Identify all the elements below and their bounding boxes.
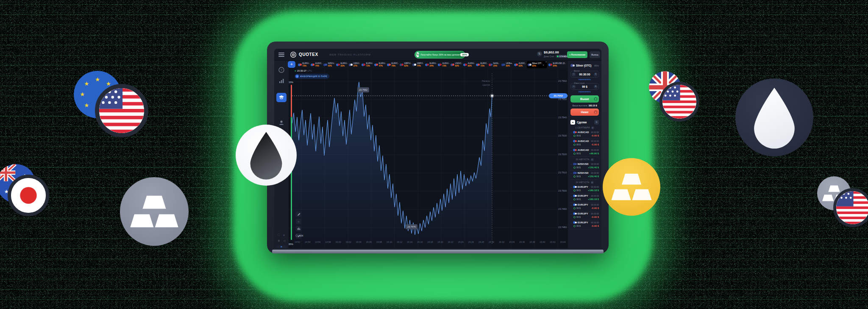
asset-tab-13[interactable]: USD/C..80%: [451, 61, 462, 68]
chevron-down-icon[interactable]: ⌄: [570, 163, 572, 165]
chevron-down-icon[interactable]: ⌄: [570, 195, 572, 197]
asset-tab-10[interactable]: GBP/J..74%: [412, 61, 424, 68]
lower-button[interactable]: Ниже ↓: [570, 109, 599, 116]
trade-row[interactable]: ⌄AUD/CAD00:30:0099 $-0.90 $: [570, 139, 599, 148]
chevron-down-icon[interactable]: ⌄: [570, 172, 572, 174]
asset-tab-2[interactable]: AUD/C..76%: [311, 61, 322, 68]
close-icon[interactable]: ×: [545, 61, 547, 63]
pair-flag-icon-2: [575, 195, 577, 197]
chevron-down-icon[interactable]: ⌄: [570, 186, 572, 188]
trade-row[interactable]: ⌄EUR/JPY00:30:0099 $-0.90 $: [570, 203, 599, 212]
info-icon: i: [295, 75, 299, 78]
profile-icon[interactable]: [277, 118, 286, 127]
asset-tab-9[interactable]: GBP/U..82%: [400, 61, 411, 68]
pair-flag-icon-2: [300, 64, 302, 66]
asset-tab-3[interactable]: NZD/U..50%: [323, 61, 335, 68]
us-flag-icon: [833, 188, 868, 227]
chart-area[interactable]: 15% 85% ●15:30:27 UTC i ИНФОРМАЦИЯ В ПАР…: [289, 68, 568, 248]
time-tick: 15:08: [376, 241, 382, 243]
education-icon-active[interactable]: [276, 93, 287, 102]
asset-tab-14[interactable]: AUD/U..80%: [463, 61, 475, 68]
pair-flag-icon-2: [575, 163, 577, 165]
signals-icon[interactable]: [277, 77, 286, 85]
asset-tab-11[interactable]: EUR/U..84%: [425, 61, 437, 68]
trade-row[interactable]: ⌄EUR/JPY00:30:0099 $+180.18 $: [570, 194, 599, 203]
time-tick: 15:16: [417, 241, 423, 243]
asset-tab-17[interactable]: UKBre..80%: [501, 61, 513, 68]
asset-tab-1[interactable]: EUR/U..73%: [298, 61, 309, 68]
trade-row[interactable]: ⌄NZD/USD00:30:0099 $+150.40 $: [570, 162, 599, 171]
help-icon[interactable]: ?: [277, 66, 286, 74]
chevron-down-icon[interactable]: ∨: [542, 64, 544, 66]
time-tick: 15:18: [427, 241, 433, 243]
add-asset-button[interactable]: +: [288, 61, 295, 68]
sentiment-down-percent: 85%: [289, 243, 293, 245]
time-increase-button[interactable]: +: [594, 72, 598, 76]
trade-row[interactable]: ⌄AUD/CAD00:30:0099 $-0.90 $: [570, 130, 599, 139]
asset-tab-18[interactable]: AUD/C..82%: [514, 61, 526, 68]
chart-expand-controls[interactable]: ⛶✛: [276, 234, 287, 237]
asset-tab-8[interactable]: EUR/C..78%: [387, 61, 398, 68]
oil-drop-icon: [735, 78, 813, 156]
time-value[interactable]: 00:30:00: [579, 73, 590, 76]
time-tick: 15:40: [540, 241, 545, 243]
time-switch-link[interactable]: переключить: [570, 78, 599, 81]
indicators-fx-icon[interactable]: fx: [296, 219, 301, 224]
asset-tab-6[interactable]: EUR/U..73%: [362, 61, 373, 68]
sound-icon[interactable]: ◁: [283, 239, 285, 242]
pair-info-pill[interactable]: i ИНФОРМАЦИЯ В ПАРЕ: [295, 74, 329, 79]
time-decrease-button[interactable]: −: [572, 72, 576, 76]
investment-switch-link[interactable]: переключить: [570, 91, 599, 93]
trades-list-icon[interactable]: ▴: [570, 120, 575, 125]
svg-text:★: ★: [80, 91, 85, 97]
asset-tab-15[interactable]: EUR/C..72%: [476, 61, 487, 68]
withdraw-button[interactable]: Вывод: [590, 51, 600, 58]
asset-tab-5[interactable]: USD/J..37%: [349, 61, 360, 68]
indicator-chip[interactable]: ADX: [295, 234, 303, 237]
official-app-button[interactable]: ➤ OFFICIAL: [276, 245, 287, 248]
pair-flag-icon-2: [550, 64, 552, 66]
sentiment-bar-sell: [291, 85, 292, 117]
asset-tab-12[interactable]: AUD/U..73%: [438, 61, 449, 68]
trade-row[interactable]: ⌄EUR/JPY00:30:0099 $-0.90 $: [570, 220, 599, 229]
draw-pencil-icon[interactable]: [296, 212, 301, 217]
oil-drop-icon: [236, 125, 297, 186]
time-tick: 14:54: [305, 241, 310, 243]
trades-title: Сделки: [577, 121, 587, 124]
chevron-down-icon[interactable]: ⌄: [570, 221, 572, 224]
trade-row[interactable]: ⌄EUR/JPY00:30:0099 $+180.18 $: [570, 185, 599, 194]
chevron-down-icon[interactable]: ⌄: [570, 203, 572, 206]
trade-result: +99.90 $: [589, 152, 599, 155]
higher-button[interactable]: Выше ↑: [570, 95, 599, 103]
selected-asset[interactable]: Silver (OTC) 85%: [570, 63, 599, 68]
menu-icon[interactable]: [278, 53, 284, 57]
pair-flag-icon-2: [376, 64, 378, 66]
investment-increase-button[interactable]: +: [594, 85, 598, 89]
investment-value[interactable]: 99 $: [582, 85, 587, 88]
chevron-down-icon[interactable]: ⌄: [570, 212, 572, 215]
time-tick: 15:38: [529, 241, 535, 243]
trade-row[interactable]: ⌄NZD/USD00:30:0099 $+150.40 $: [570, 171, 599, 180]
chevron-down-icon[interactable]: ⌄: [570, 131, 572, 134]
asset-tab-4[interactable]: EUR/U..82%: [336, 61, 348, 68]
asset-tab-20[interactable]: EUR/USD (O..84%: [548, 61, 560, 68]
price-tick: 23.7530: [543, 134, 567, 137]
chevron-down-icon[interactable]: ⌄: [570, 149, 572, 151]
asset-tab-7[interactable]: EUR/U..47%: [374, 61, 386, 68]
deposit-button[interactable]: + Пополнение: [567, 51, 587, 58]
asset-tab-19[interactable]: Silver (OT..85%∨×: [527, 61, 547, 68]
settings-gear-icon[interactable]: ⚙: [278, 239, 280, 242]
chart-type-icon[interactable]: [296, 226, 301, 231]
pair-flag-icon-2: [414, 64, 416, 66]
asset-tab-16[interactable]: NAS1..25%: [489, 61, 500, 68]
trade-row[interactable]: ⌄EUR/JPY00:30:0099 $-0.90 $: [570, 212, 599, 220]
fullscreen-icon[interactable]: ⛶: [278, 234, 279, 237]
time-field: Время − 00:30:00 +: [570, 71, 599, 78]
move-icon[interactable]: ✛: [283, 234, 285, 237]
time-tick: 15:34: [509, 241, 515, 243]
trade-row[interactable]: ⌄AUD/CAD00:30:0099 $+99.90 $: [570, 148, 599, 157]
investment-decrease-button[interactable]: −: [572, 85, 576, 89]
chart-settings-controls[interactable]: ⚙◁: [276, 239, 287, 242]
chevron-down-icon[interactable]: ⌄: [570, 140, 572, 142]
bonus-promo-pill[interactable]: % Получайте бонус 30% на ваш депозит 30%: [415, 51, 465, 58]
